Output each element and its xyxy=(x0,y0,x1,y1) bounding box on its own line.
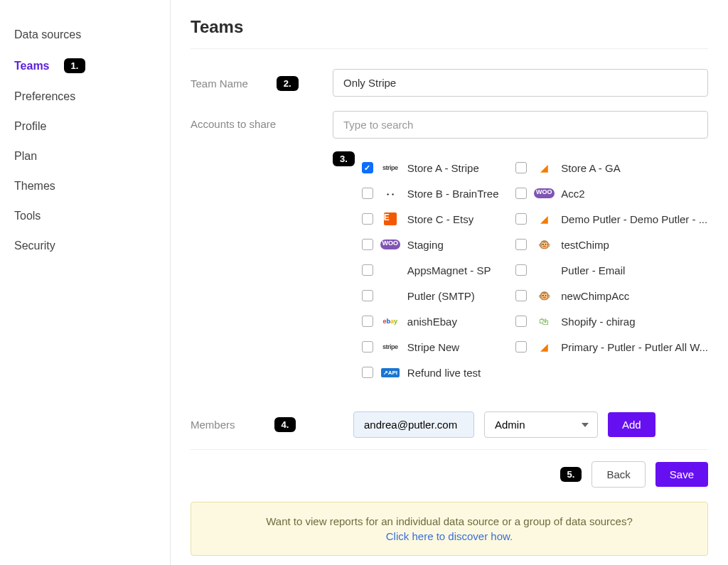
sidebar-item-tools[interactable]: Tools xyxy=(14,201,156,231)
woo-icon: WOO xyxy=(380,238,400,251)
account-item[interactable]: Putler - Email xyxy=(515,259,708,281)
blank-icon xyxy=(380,289,400,302)
account-checkbox[interactable] xyxy=(515,341,527,353)
accounts-label: Accounts to share xyxy=(191,118,276,130)
sidebar-item-label: Security xyxy=(14,240,55,252)
step-badge-1: 1. xyxy=(64,58,86,73)
account-item[interactable]: Putler (SMTP) xyxy=(362,285,508,306)
account-checkbox[interactable] xyxy=(362,316,373,327)
sidebar-item-label: Profile xyxy=(14,120,46,133)
banner-text: Want to view reports for an individual d… xyxy=(266,515,633,527)
account-label: anishEbay xyxy=(407,316,457,328)
team-name-label: Team Name xyxy=(191,77,248,90)
stripe-icon: stripe xyxy=(380,340,400,353)
sidebar-item-preferences[interactable]: Preferences xyxy=(14,82,156,112)
sidebar-item-themes[interactable]: Themes xyxy=(14,171,156,201)
sidebar-item-label: Teams xyxy=(14,60,50,72)
sidebar-item-teams[interactable]: Teams 1. xyxy=(14,50,156,82)
sidebar-item-label: Plan xyxy=(14,150,37,163)
account-label: Shopify - chirag xyxy=(561,316,635,328)
braintree-icon: ⬩⬩ xyxy=(380,187,400,200)
account-item[interactable]: 🐵newChimpAcc xyxy=(515,285,708,306)
ga-icon: ◢ xyxy=(534,212,554,225)
step-badge-5: 5. xyxy=(560,467,582,482)
account-item[interactable]: 🐵testChimp xyxy=(515,234,708,255)
member-email-input[interactable] xyxy=(353,411,474,438)
account-label: Primary - Putler - Putler All W... xyxy=(561,341,708,353)
account-checkbox[interactable] xyxy=(515,316,527,327)
account-item[interactable]: stripeStore A - Stripe xyxy=(362,157,508,178)
account-checkbox[interactable] xyxy=(362,290,373,301)
stripe-icon: stripe xyxy=(380,161,400,174)
banner-link[interactable]: Click here to discover how. xyxy=(204,530,695,542)
account-checkbox[interactable] xyxy=(515,239,527,250)
account-checkbox[interactable] xyxy=(362,188,373,199)
shopify-icon: 🛍 xyxy=(534,315,554,328)
account-checkbox[interactable] xyxy=(362,264,373,276)
main-content: Teams Team Name 2. Accounts to share 3. … xyxy=(171,0,728,565)
accounts-row: Accounts to share 3. stripeStore A - Str… xyxy=(191,111,708,383)
add-button[interactable]: Add xyxy=(608,412,655,437)
woo-icon: WOO xyxy=(534,187,554,200)
account-label: Store A - Stripe xyxy=(407,162,479,174)
account-item[interactable]: WOOAcc2 xyxy=(515,183,708,204)
ga-icon: ◢ xyxy=(534,161,554,174)
ebay-icon: ebay xyxy=(380,315,400,328)
account-item[interactable]: ebayanishEbay xyxy=(362,311,508,332)
blank-icon xyxy=(534,264,554,276)
member-role-select[interactable]: Admin xyxy=(484,411,598,438)
account-label: Acc2 xyxy=(561,188,584,200)
account-checkbox[interactable] xyxy=(362,162,373,173)
account-checkbox[interactable] xyxy=(362,341,373,353)
sidebar: Data sources Teams 1. Preferences Profil… xyxy=(0,0,171,565)
account-item[interactable]: ⬩⬩Store B - BrainTree xyxy=(362,183,508,204)
page-title: Teams xyxy=(191,17,708,49)
action-row: 5. Back Save xyxy=(191,461,708,488)
account-label: Store C - Etsy xyxy=(407,213,473,225)
ga-icon: ◢ xyxy=(534,340,554,353)
account-label: Staging xyxy=(407,239,444,251)
sidebar-item-label: Themes xyxy=(14,180,55,193)
info-banner: Want to view reports for an individual d… xyxy=(191,502,708,556)
account-checkbox[interactable] xyxy=(362,213,373,225)
account-label: Putler (SMTP) xyxy=(407,290,475,302)
account-item[interactable]: ◢Store A - GA xyxy=(515,157,708,178)
sidebar-item-label: Tools xyxy=(14,210,41,222)
account-checkbox[interactable] xyxy=(515,264,527,276)
account-label: AppsMagnet - SP xyxy=(407,264,491,276)
sidebar-item-profile[interactable]: Profile xyxy=(14,112,156,141)
etsy-icon: E xyxy=(380,212,400,225)
sidebar-item-label: Data sources xyxy=(14,28,81,41)
sidebar-item-security[interactable]: Security xyxy=(14,231,156,261)
accounts-search-input[interactable] xyxy=(333,111,708,139)
save-button[interactable]: Save xyxy=(655,462,708,487)
account-checkbox[interactable] xyxy=(362,239,373,250)
account-item[interactable]: ◢Primary - Putler - Putler All W... xyxy=(515,336,708,357)
back-button[interactable]: Back xyxy=(592,461,645,488)
account-label: Refund live test xyxy=(407,367,481,379)
account-label: Putler - Email xyxy=(561,264,625,276)
sidebar-item-data-sources[interactable]: Data sources xyxy=(14,20,156,50)
account-item[interactable]: WOOStaging xyxy=(362,234,508,255)
team-name-input[interactable] xyxy=(333,69,708,97)
account-item[interactable]: ↗APIRefund live test xyxy=(362,362,508,383)
account-item[interactable]: ◢Demo Putler - Demo Putler - ... xyxy=(515,208,708,230)
account-item[interactable]: 🛍Shopify - chirag xyxy=(515,311,708,332)
account-checkbox[interactable] xyxy=(515,290,527,301)
account-checkbox[interactable] xyxy=(362,367,373,378)
sidebar-item-label: Preferences xyxy=(14,90,75,103)
account-label: newChimpAcc xyxy=(561,290,629,302)
sidebar-item-plan[interactable]: Plan xyxy=(14,141,156,171)
step-badge-2: 2. xyxy=(277,76,299,91)
step-badge-4: 4. xyxy=(274,417,296,432)
api-icon: ↗API xyxy=(380,366,400,379)
account-item[interactable]: AppsMagnet - SP xyxy=(362,259,508,281)
account-item[interactable]: EStore C - Etsy xyxy=(362,208,508,230)
account-checkbox[interactable] xyxy=(515,213,527,225)
step-badge-3: 3. xyxy=(333,151,355,166)
account-label: Stripe New xyxy=(407,341,459,353)
account-checkbox[interactable] xyxy=(515,162,527,173)
mc-icon: 🐵 xyxy=(534,289,554,302)
account-item[interactable]: stripeStripe New xyxy=(362,336,508,357)
account-checkbox[interactable] xyxy=(515,188,527,199)
